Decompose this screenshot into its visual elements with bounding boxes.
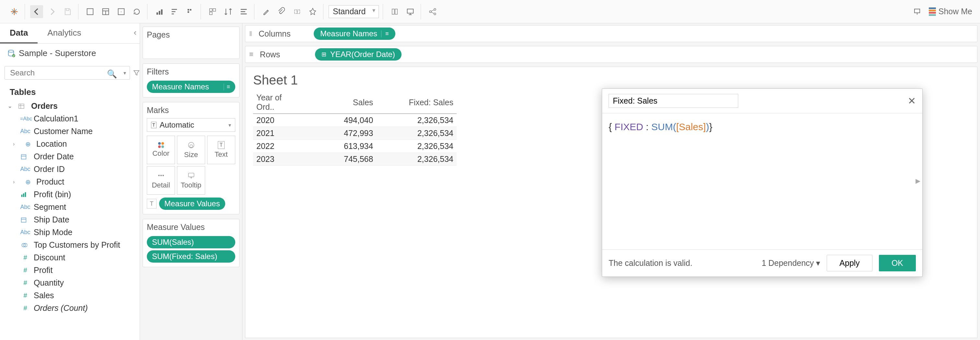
share-button[interactable] (426, 5, 439, 18)
tree-label: Order ID (34, 165, 65, 174)
tree-field-quantity[interactable]: #Quantity (5, 276, 135, 289)
tree-table-orders[interactable]: ⌄Orders (5, 100, 135, 112)
save-button[interactable] (61, 5, 74, 18)
marks-card: Marks TAutomatic Color Size TText Detail… (143, 102, 240, 214)
tree-field-ship-date[interactable]: Ship Date (5, 213, 135, 226)
table-row[interactable]: 2022613,9342,326,534 (253, 140, 457, 153)
tableau-logo-icon[interactable] (8, 5, 21, 18)
marks-pill-measure-values[interactable]: Measure Values (159, 197, 225, 210)
calculation-formula-editor[interactable]: { FIXED : SUM([Sales])} ▸ (602, 113, 922, 249)
label-button[interactable]: T (291, 5, 304, 18)
totals-button[interactable] (237, 5, 250, 18)
ok-button[interactable]: OK (879, 255, 916, 271)
marks-size-button[interactable]: Size (177, 136, 205, 164)
marks-type-select[interactable]: TAutomatic (147, 118, 235, 132)
filter-icon[interactable] (132, 69, 140, 77)
marks-label: Marks (147, 106, 235, 115)
tree-field-profit-bin[interactable]: Profit (bin) (5, 188, 135, 201)
marks-btn-label: Color (152, 149, 170, 158)
sidebar-collapse-icon[interactable]: ‹ (134, 28, 137, 37)
close-icon[interactable]: ✕ (908, 95, 916, 106)
mv-pill-sum-sales[interactable]: SUM(Sales) (147, 236, 235, 248)
presentation-button[interactable] (404, 5, 417, 18)
svg-point-33 (158, 175, 159, 176)
sort-button[interactable] (222, 5, 235, 18)
plus-icon[interactable]: ⊞ (321, 51, 326, 58)
datasource-row[interactable]: Sample - Superstore (0, 44, 140, 63)
tree-field-orders-count[interactable]: #Orders (Count) (5, 302, 135, 315)
tree-field-sales[interactable]: #Sales (5, 289, 135, 302)
svg-text:T: T (296, 10, 299, 14)
guide-button[interactable] (911, 5, 924, 18)
tree-field-calc1[interactable]: =AbcCalculation1 (5, 112, 135, 125)
forward-button[interactable] (46, 5, 59, 18)
show-me-label: Show Me (939, 7, 972, 16)
fit-mode-select[interactable]: Standard (329, 5, 379, 18)
new-worksheet-button[interactable] (84, 5, 97, 18)
table-row[interactable]: 2023745,5682,326,534 (253, 153, 457, 166)
rows-pill-year-order-date[interactable]: ⊞YEAR(Order Date) (315, 48, 401, 60)
group-button[interactable] (206, 5, 219, 18)
rows-icon: ≡ (249, 50, 253, 59)
swap-button[interactable] (153, 5, 165, 18)
tree-field-profit[interactable]: #Profit (5, 264, 135, 276)
tree-label: Orders (31, 101, 58, 111)
tree-field-discount[interactable]: #Discount (5, 251, 135, 264)
sheet-title[interactable]: Sheet 1 (253, 73, 969, 87)
sort-desc-button[interactable] (184, 5, 197, 18)
marks-detail-button[interactable]: Detail (147, 166, 175, 195)
measure-values-shelf[interactable]: Measure Values SUM(Sales) SUM(Fixed: Sal… (143, 219, 240, 267)
filters-shelf[interactable]: Filters Measure Names≡ (143, 64, 240, 97)
marks-btn-label: Size (184, 151, 198, 159)
tree-field-top-customers[interactable]: Top Customers by Profit (5, 239, 135, 251)
marks-color-button[interactable]: Color (147, 136, 175, 164)
search-dropdown-icon[interactable]: ▾ (124, 70, 126, 76)
cell-sales: 494,040 (312, 114, 376, 127)
pill-menu-icon[interactable]: ≡ (224, 84, 230, 91)
fit-mode-label: Standard (333, 7, 366, 16)
tree-label: Quantity (34, 278, 64, 288)
table-header-year[interactable]: Year of Ord.. (253, 91, 312, 114)
tree-field-product[interactable]: ›⊕Product (5, 175, 135, 188)
tree-field-location[interactable]: ›⊕Location (5, 138, 135, 150)
columns-shelf[interactable]: ⦀ Columns Measure Names≡ (245, 25, 977, 42)
tab-data[interactable]: Data (0, 23, 38, 43)
svg-rect-20 (915, 9, 920, 13)
sort-asc-button[interactable] (168, 5, 181, 18)
marks-tooltip-button[interactable]: Tooltip (177, 166, 205, 195)
tab-analytics[interactable]: Analytics (38, 23, 91, 43)
tree-field-segment[interactable]: AbcSegment (5, 201, 135, 213)
new-dashboard-button[interactable] (99, 5, 112, 18)
columns-pill-measure-names[interactable]: Measure Names≡ (314, 27, 395, 40)
tree-field-ship-mode[interactable]: AbcShip Mode (5, 226, 135, 239)
marks-text-button[interactable]: TText (207, 136, 235, 164)
table-header-sales[interactable]: Sales (312, 91, 376, 114)
dependency-dropdown[interactable]: 1 Dependency ▾ (762, 258, 820, 268)
calculation-editor-dialog: ✕ { FIXED : SUM([Sales])} ▸ The calculat… (602, 88, 923, 277)
table-row[interactable]: 2020494,0402,326,534 (253, 114, 457, 127)
format-button[interactable] (388, 5, 401, 18)
apply-button[interactable]: Apply (827, 255, 872, 271)
mv-pill-sum-fixed-sales[interactable]: SUM(Fixed: Sales) (147, 250, 235, 263)
attach-button[interactable] (275, 5, 288, 18)
tree-field-order-id[interactable]: AbcOrder ID (5, 163, 135, 175)
table-row[interactable]: 2021472,9932,326,534 (253, 127, 457, 140)
svg-point-31 (188, 142, 194, 148)
highlight-button[interactable] (259, 5, 272, 18)
tree-field-customer-name[interactable]: AbcCustomer Name (5, 125, 135, 138)
filter-pill-measure-names[interactable]: Measure Names≡ (147, 81, 235, 93)
refresh-button[interactable] (130, 5, 143, 18)
back-button[interactable] (30, 5, 43, 18)
tree-label: Location (36, 139, 67, 149)
pill-menu-icon[interactable]: ≡ (381, 30, 389, 37)
pin-button[interactable] (306, 5, 319, 18)
calculation-name-input[interactable] (609, 94, 738, 108)
show-me-button[interactable]: Show Me (925, 5, 976, 17)
worksheet-area: ⦀ Columns Measure Names≡ ≡ Rows ⊞YEAR(Or… (242, 23, 980, 340)
rows-shelf[interactable]: ≡ Rows ⊞YEAR(Order Date) (245, 46, 977, 63)
pages-shelf[interactable]: Pages (143, 27, 240, 59)
table-header-fixed-sales[interactable]: Fixed: Sales (376, 91, 457, 114)
expand-icon[interactable]: ▸ (915, 175, 920, 186)
tree-field-order-date[interactable]: Order Date (5, 150, 135, 163)
new-story-button[interactable] (115, 5, 128, 18)
